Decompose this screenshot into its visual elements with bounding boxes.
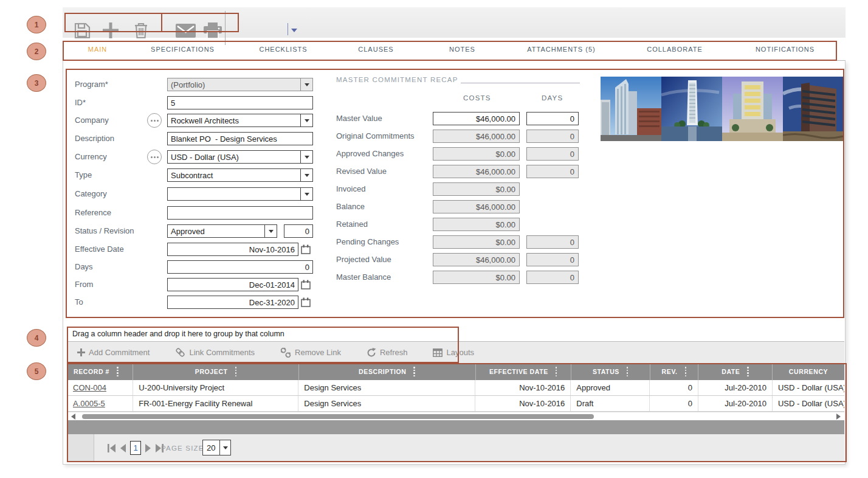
page-size-dropdown-icon[interactable] (219, 440, 230, 455)
days-field[interactable] (167, 260, 313, 274)
scrollbar-thumb[interactable] (82, 414, 594, 419)
record-link[interactable]: A.0005-5 (73, 399, 105, 408)
program-dropdown-icon[interactable] (300, 78, 312, 91)
column-menu-icon[interactable] (413, 367, 415, 376)
save-button[interactable] (72, 22, 92, 39)
days-label: Days (75, 260, 148, 274)
company-label: Company (75, 114, 148, 127)
description-field[interactable] (167, 132, 313, 145)
master-value-days-field[interactable] (526, 112, 579, 125)
tab-notifications[interactable]: NOTIFICATIONS (733, 38, 837, 61)
column-label: CURRENCY (789, 368, 828, 375)
page-size-select[interactable]: 20 (202, 440, 231, 455)
previous-page-button[interactable] (120, 444, 126, 452)
tab-attachments[interactable]: ATTACHMENTS (5) (506, 38, 616, 61)
column-menu-icon[interactable] (627, 367, 629, 376)
column-header-project[interactable]: PROJECT (133, 363, 298, 380)
table-row[interactable]: A.0005-5 FR-001-Energy Facility Renewal … (67, 396, 844, 412)
add-commitment-button[interactable]: Add Commitment (77, 348, 150, 357)
calendar-icon (301, 244, 311, 254)
currency-lookup-button[interactable] (147, 150, 162, 164)
effective-date-field[interactable] (167, 243, 298, 256)
effective-date-label: Effective Date (75, 243, 148, 256)
status-select[interactable]: Approved (167, 224, 277, 238)
reference-label: Reference (75, 206, 148, 220)
currency-cell: USD - Dollar (USA) (773, 396, 844, 411)
status-cell: Draft (571, 396, 650, 411)
to-calendar-button[interactable] (301, 297, 311, 310)
company-dropdown-icon[interactable] (300, 114, 312, 126)
current-page-indicator[interactable]: 1 (130, 441, 141, 455)
program-select[interactable]: (Portfolio) (167, 78, 313, 91)
currency-dropdown-icon[interactable] (300, 151, 312, 163)
building-photo-3 (722, 77, 783, 141)
column-label: REV. (662, 368, 678, 375)
master-value-cost-field[interactable] (433, 112, 520, 125)
from-date-field[interactable] (167, 278, 298, 291)
next-page-button[interactable] (145, 444, 151, 452)
description-cell: Design Services (298, 396, 475, 411)
tab-main[interactable]: MAIN (63, 38, 133, 61)
reference-field[interactable] (167, 206, 313, 220)
column-menu-icon[interactable] (685, 367, 687, 376)
link-commitments-button[interactable]: Link Commitments (175, 347, 255, 358)
recap-label: Retained (336, 218, 368, 231)
column-menu-icon[interactable] (556, 367, 557, 376)
record-cell: A.0005-5 (67, 396, 133, 411)
print-dropdown-button[interactable] (288, 23, 297, 35)
tab-specifications[interactable]: SPECIFICATIONS (133, 38, 233, 61)
first-page-button[interactable] (108, 444, 115, 452)
mail-button[interactable] (175, 22, 196, 39)
scroll-right-arrow[interactable] (836, 414, 841, 420)
column-header-rev[interactable]: REV. (650, 363, 699, 380)
revision-field[interactable] (284, 224, 313, 238)
column-header-effective-date[interactable]: EFFECTIVE DATE (476, 363, 571, 380)
from-label: From (75, 278, 148, 291)
recap-days-header: DAYS (542, 94, 563, 102)
company-lookup-button[interactable] (147, 113, 162, 128)
category-select[interactable] (167, 187, 313, 201)
column-header-description[interactable]: DESCRIPTION (299, 363, 476, 380)
calendar-icon (301, 280, 311, 289)
record-link[interactable]: CON-004 (73, 383, 106, 392)
revised-value-days-field (526, 165, 579, 178)
refresh-button[interactable]: Refresh (367, 348, 408, 358)
tab-collaborate[interactable]: COLLABORATE (616, 38, 733, 61)
rev-cell: 0 (650, 380, 698, 395)
column-header-currency[interactable]: CURRENCY (773, 363, 844, 380)
remove-link-label: Remove Link (295, 348, 341, 357)
column-header-date[interactable]: DATE (698, 363, 773, 380)
from-calendar-button[interactable] (301, 280, 311, 292)
category-dropdown-icon[interactable] (300, 188, 312, 200)
column-label: RECORD # (74, 368, 109, 375)
column-menu-icon[interactable] (117, 367, 119, 376)
id-field[interactable] (167, 96, 313, 109)
tab-checklists[interactable]: CHECKLISTS (233, 38, 334, 61)
column-header-status[interactable]: STATUS (571, 363, 650, 380)
group-by-drop-zone[interactable]: Drag a column header and drop it here to… (67, 327, 844, 342)
column-menu-icon[interactable] (235, 367, 237, 376)
delete-button[interactable] (131, 22, 151, 39)
column-header-record[interactable]: RECORD # (67, 363, 133, 380)
status-revision-label: Status / Revision (75, 224, 148, 238)
currency-select[interactable]: USD - Dollar (USA) (167, 150, 313, 164)
add-button[interactable] (100, 22, 121, 39)
layouts-grid-icon (433, 348, 443, 357)
tab-clauses[interactable]: CLAUSES (334, 38, 418, 61)
remove-link-button[interactable]: Remove Link (280, 347, 341, 358)
table-row[interactable]: CON-004 U-200-University Project Design … (67, 380, 844, 396)
company-select[interactable]: Rockwell Architects (167, 114, 313, 127)
type-dropdown-icon[interactable] (300, 169, 312, 181)
tab-notes[interactable]: NOTES (418, 38, 506, 61)
mail-icon (176, 24, 196, 38)
column-menu-icon[interactable] (747, 367, 749, 376)
effective-date-calendar-button[interactable] (301, 244, 311, 257)
project-cell: U-200-University Project (133, 380, 298, 395)
to-date-field[interactable] (167, 296, 298, 309)
status-dropdown-icon[interactable] (264, 225, 277, 237)
type-select[interactable]: Subcontract (167, 168, 313, 182)
print-button[interactable] (202, 22, 223, 39)
grid-horizontal-scrollbar[interactable] (67, 412, 844, 420)
scroll-left-arrow[interactable] (71, 414, 75, 420)
layouts-button[interactable]: Layouts (433, 348, 474, 357)
